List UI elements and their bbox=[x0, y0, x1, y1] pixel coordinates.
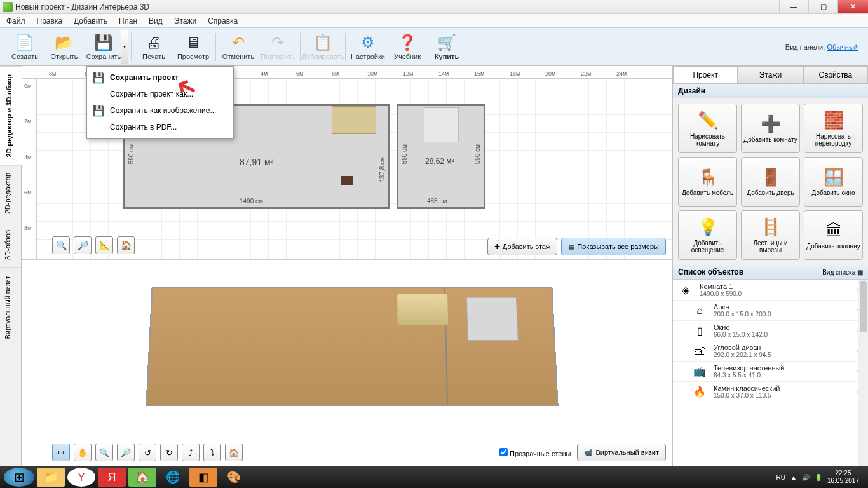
save-image-item[interactable]: 💾Сохранить как изображение... bbox=[87, 102, 233, 119]
tab-3d[interactable]: 3D-обзор bbox=[0, 222, 21, 268]
list-view-toggle[interactable]: Вид списка ▦ bbox=[822, 269, 863, 276]
print-icon: 🖨 bbox=[144, 34, 164, 51]
tilt-down-button[interactable]: ⤵ bbox=[203, 444, 221, 461]
save-project-item[interactable]: 💾Сохранить проект bbox=[87, 69, 233, 86]
object-icon: ⌂ bbox=[691, 304, 709, 318]
tab-props[interactable]: Свойства bbox=[803, 66, 868, 83]
language-indicator[interactable]: RU bbox=[776, 474, 785, 481]
list-item[interactable]: 📺Телевизор настенный64.3 x 5.5 x 41.0👁 bbox=[673, 362, 868, 382]
tilt-up-button[interactable]: ⤴ bbox=[182, 444, 200, 461]
duplicate-button[interactable]: 📋Дублировать bbox=[303, 30, 342, 64]
maximize-button[interactable]: ▢ bbox=[808, 0, 837, 13]
sofa-3d[interactable] bbox=[397, 294, 448, 325]
zoom-in-button[interactable]: 🔎 bbox=[74, 236, 92, 254]
save-dropdown-toggle[interactable]: ▾ bbox=[121, 30, 128, 64]
list-item[interactable]: 🔥Камин классический150.0 x 37.0 x 113.5👁 bbox=[673, 382, 868, 402]
menu-help[interactable]: Справка bbox=[205, 15, 240, 27]
draw-partition-card[interactable]: 🧱Нарисовать перегородку bbox=[804, 104, 863, 153]
menu-add[interactable]: Добавить bbox=[71, 15, 110, 27]
undo-button[interactable]: ↶Отменить bbox=[219, 30, 258, 64]
add-furniture-card[interactable]: 🪑Добавить мебель bbox=[678, 157, 737, 207]
tray-battery-icon[interactable]: 🔋 bbox=[815, 474, 822, 481]
settings-button[interactable]: ⚙Настройки bbox=[348, 30, 388, 64]
start-button[interactable]: ⊞ bbox=[4, 468, 34, 487]
tab-floors[interactable]: Этажи bbox=[738, 66, 803, 83]
preview-button[interactable]: 🖥Просмотр bbox=[173, 30, 213, 64]
misc-icon[interactable]: ◧ bbox=[189, 468, 217, 487]
yandex-app-icon[interactable]: Я bbox=[98, 468, 126, 487]
list-item[interactable]: 🛋Угловой диван292.0 x 202.1 x 94.5👁 bbox=[673, 341, 868, 362]
yandex-icon[interactable]: Y bbox=[67, 468, 95, 487]
draw-room-card[interactable]: ✏️Нарисовать комнату bbox=[678, 104, 737, 153]
close-button[interactable]: ✕ bbox=[837, 0, 868, 13]
copy-icon: 📋 bbox=[313, 34, 333, 51]
taskbar: ⊞ 📁 Y Я 🏠 🌐 ◧ 🎨 RU ▲ 🔊 🔋 22:25 16.05.201… bbox=[0, 466, 868, 488]
transparent-walls-check[interactable]: Прозрачные стены bbox=[499, 448, 571, 458]
redo-button[interactable]: ↷Повторить bbox=[258, 30, 297, 64]
explorer-icon[interactable]: 📁 bbox=[37, 468, 65, 487]
add-column-card[interactable]: 🏛Добавить колонну bbox=[804, 210, 863, 260]
menu-view[interactable]: Вид bbox=[146, 15, 165, 27]
zoom-in-3d-button[interactable]: 🔎 bbox=[117, 444, 135, 461]
tab-2d[interactable]: 2D-редактор bbox=[0, 165, 21, 221]
stairs-card[interactable]: 🪜Лестницы и вырезы bbox=[741, 210, 800, 260]
bulb-icon: 💡 bbox=[698, 217, 718, 238]
zoom-out-3d-button[interactable]: 🔍 bbox=[95, 444, 113, 461]
sofa-2d[interactable] bbox=[332, 106, 376, 134]
tray-network-icon[interactable]: ▲ bbox=[790, 474, 797, 481]
virtual-visit-button[interactable]: 📹Виртуальный визит bbox=[577, 444, 666, 461]
app-taskbar-icon[interactable]: 🏠 bbox=[128, 468, 156, 487]
bed-3d[interactable] bbox=[466, 297, 519, 341]
view-3d[interactable]: 360 ✋ 🔍 🔎 ↺ ↻ ⤴ ⤵ 🏠 Прозрачные стены 📹Ви… bbox=[22, 260, 672, 466]
add-floor-button[interactable]: ✚Добавить этаж bbox=[487, 238, 557, 255]
clock[interactable]: 22:25 16.05.2017 bbox=[827, 470, 859, 485]
titlebar: Новый проект - Дизайн Интерьера 3D — ▢ ✕ bbox=[0, 0, 868, 14]
home-button[interactable]: 🏠 bbox=[117, 236, 135, 254]
menu-file[interactable]: Файл bbox=[4, 15, 28, 27]
tutorial-button[interactable]: ❓Учебник bbox=[388, 30, 427, 64]
redo-icon: ↷ bbox=[268, 34, 288, 51]
door-icon: 🚪 bbox=[761, 167, 781, 187]
create-button[interactable]: 📄Создать bbox=[5, 30, 44, 64]
save-image-icon: 💾 bbox=[91, 104, 106, 117]
list-item[interactable]: ▯Окно66.0 x 15.0 x 142.0👁 bbox=[673, 321, 868, 341]
bed-2d[interactable] bbox=[424, 107, 459, 142]
save-as-item[interactable]: Сохранить проект как... bbox=[87, 86, 233, 102]
home-3d-button[interactable]: 🏠 bbox=[225, 444, 243, 461]
ruler-button[interactable]: 📐 bbox=[95, 236, 113, 254]
scrollbar[interactable] bbox=[858, 280, 868, 466]
tray-sound-icon[interactable]: 🔊 bbox=[802, 474, 810, 481]
save-pdf-item[interactable]: Сохранить в PDF... bbox=[87, 119, 233, 135]
add-window-card[interactable]: 🪟Добавить окно bbox=[804, 157, 863, 207]
open-button[interactable]: 📂Открыть bbox=[44, 30, 84, 64]
list-item[interactable]: ◈Комната 11490.0 x 590.0👁 bbox=[673, 280, 868, 301]
list-item[interactable]: ⌂Арка200.0 x 15.0 x 200.0👁 bbox=[673, 301, 868, 321]
room-2[interactable]: 28,62 м² 485 см 485 см 590 см 590 см bbox=[397, 104, 485, 209]
tab-2d-3d[interactable]: 2D-редактор и 3D-обзор bbox=[0, 66, 22, 165]
add-light-card[interactable]: 💡Добавить освещение bbox=[678, 210, 737, 260]
chrome-icon[interactable]: 🌐 bbox=[159, 468, 187, 487]
tab-virtual[interactable]: Виртуальный визит bbox=[0, 268, 21, 347]
paint-icon[interactable]: 🎨 bbox=[220, 468, 248, 487]
rotate-left-button[interactable]: ↺ bbox=[139, 444, 156, 461]
buy-button[interactable]: 🛒Купить bbox=[427, 30, 466, 64]
object-icon: 📺 bbox=[691, 365, 709, 379]
add-room-card[interactable]: ➕Добавить комнату bbox=[741, 104, 800, 153]
menu-edit[interactable]: Правка bbox=[34, 15, 65, 27]
menu-plan[interactable]: План bbox=[116, 15, 140, 27]
menu-floors[interactable]: Этажи bbox=[172, 15, 199, 27]
show-dims-button[interactable]: ▦Показывать все размеры bbox=[561, 238, 666, 255]
view360-button[interactable]: 360 bbox=[52, 444, 70, 461]
tv-2d[interactable] bbox=[341, 176, 353, 185]
add-door-card[interactable]: 🚪Добавить дверь bbox=[741, 157, 800, 207]
pan-button[interactable]: ✋ bbox=[74, 444, 92, 461]
tab-project[interactable]: Проект bbox=[673, 66, 738, 83]
minimize-button[interactable]: — bbox=[779, 0, 808, 13]
design-header: Дизайн bbox=[673, 84, 868, 98]
object-icon: 🛋 bbox=[691, 344, 709, 358]
panel-type-link[interactable]: Обычный bbox=[827, 43, 858, 51]
save-button[interactable]: 💾Сохранить bbox=[84, 30, 123, 64]
zoom-out-button[interactable]: 🔍 bbox=[52, 236, 70, 254]
rotate-right-button[interactable]: ↻ bbox=[160, 444, 178, 461]
print-button[interactable]: 🖨Печать bbox=[134, 30, 173, 64]
